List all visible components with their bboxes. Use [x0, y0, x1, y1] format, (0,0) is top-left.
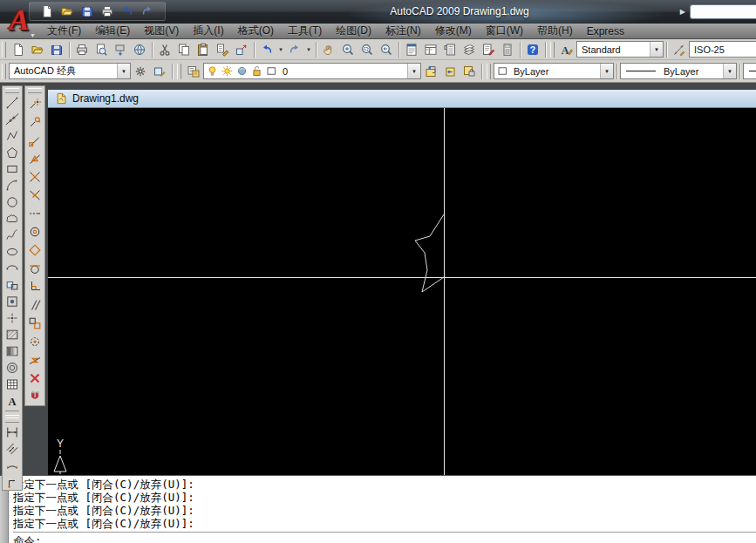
hatch-button[interactable] [3, 326, 22, 343]
cut-button[interactable] [155, 40, 174, 59]
snap-quadrant-button[interactable] [25, 241, 44, 259]
undo-button[interactable] [118, 2, 137, 21]
osnap-settings-button[interactable] [25, 387, 44, 405]
redo-dropdown-button[interactable]: ▼ [304, 41, 313, 58]
polyline-button[interactable] [3, 127, 22, 144]
snap-insert-button[interactable] [25, 314, 44, 332]
pan-button[interactable] [319, 40, 338, 59]
workspace-settings-button[interactable] [131, 62, 150, 81]
multiline-text-button[interactable]: A [3, 392, 22, 409]
plot-button[interactable] [72, 40, 92, 59]
dim-style-button[interactable] [670, 40, 689, 59]
dim-arc-length-button[interactable] [3, 457, 22, 473]
snap-intersection-button[interactable] [25, 167, 44, 186]
snap-center-button[interactable] [25, 222, 44, 241]
tool-palettes-button[interactable] [440, 40, 460, 59]
menu-item-10[interactable]: 帮助(H) [530, 24, 580, 38]
snap-parallel-button[interactable] [25, 295, 44, 314]
snap-perpendicular-button[interactable] [25, 277, 44, 295]
snap-apparent-intersection-button[interactable] [25, 186, 44, 204]
publish-button[interactable] [111, 40, 130, 59]
command-history[interactable]: 指定下一点或 [闭合(C)/放弃(U)]: 指定下一点或 [闭合(C)/放弃(U… [9, 476, 756, 543]
designcenter-button[interactable] [421, 40, 440, 59]
new-button[interactable] [9, 40, 28, 59]
menu-item-5[interactable]: 工具(T) [281, 24, 329, 38]
toolbar-grip[interactable] [2, 42, 6, 58]
snap-none-button[interactable] [25, 369, 44, 387]
gradient-button[interactable] [3, 343, 22, 359]
zoom-window-button[interactable] [358, 40, 377, 59]
document-tab-drawing1[interactable]: Drawing1.dwg [72, 92, 139, 105]
dim-linear-button[interactable] [3, 424, 22, 440]
snap-midpoint-button[interactable] [25, 149, 44, 167]
menu-item-6[interactable]: 绘图(D) [329, 24, 378, 38]
table-button[interactable] [3, 376, 22, 392]
save-button[interactable] [47, 40, 66, 59]
lineweight-combo[interactable] [743, 63, 756, 79]
autocad-logo[interactable]: A ▼ [1, 0, 37, 40]
command-prompt-input[interactable]: 命令: [13, 532, 756, 543]
save-button[interactable] [78, 2, 97, 21]
toolbar-grip[interactable] [2, 64, 6, 79]
help-button[interactable]: ? [523, 40, 542, 59]
redo-button[interactable] [138, 2, 157, 21]
match-properties-button[interactable] [213, 40, 232, 59]
layer-viewport-freeze-icon[interactable] [235, 64, 249, 78]
dim-ordinate-button[interactable] [3, 473, 22, 490]
text-style-combo[interactable]: Standard ▼ [576, 41, 664, 58]
rectangle-button[interactable] [3, 160, 22, 177]
make-object-layer-current-button[interactable] [421, 62, 440, 81]
markup-set-manager-button[interactable] [479, 40, 498, 59]
linetype-combo[interactable]: ByLayer ▼ [620, 63, 737, 79]
infocenter-arrow-icon[interactable]: ▶ [680, 8, 685, 16]
properties-button[interactable] [402, 40, 421, 59]
menu-item-2[interactable]: 视图(V) [137, 24, 186, 38]
revision-cloud-button[interactable] [3, 210, 22, 227]
layer-states-button[interactable] [460, 62, 479, 81]
snap-endpoint-button[interactable] [25, 131, 44, 149]
open-button[interactable] [58, 2, 77, 21]
layer-previous-button[interactable] [440, 62, 460, 81]
plot-button[interactable] [98, 2, 117, 21]
text-style-button[interactable]: A [557, 40, 576, 59]
redo-button[interactable] [285, 40, 304, 59]
menu-item-3[interactable]: 插入(I) [186, 24, 230, 38]
color-combo[interactable]: ByLayer ▼ [494, 63, 614, 79]
snap-extension-button[interactable] [25, 204, 44, 222]
line-button[interactable] [3, 94, 22, 111]
spline-button[interactable] [3, 227, 22, 243]
undo-dropdown-button[interactable]: ▼ [276, 41, 285, 58]
insert-block-button[interactable] [3, 276, 22, 293]
menu-item-0[interactable]: 文件(F) [40, 24, 88, 38]
region-button[interactable] [3, 359, 22, 376]
block-editor-button[interactable] [232, 40, 251, 59]
toolbar-grip[interactable] [177, 64, 181, 79]
toolbar-grip[interactable] [487, 64, 491, 79]
construction-line-button[interactable] [3, 111, 22, 127]
toolbar-grip[interactable] [550, 42, 555, 58]
zoom-previous-button[interactable] [377, 40, 396, 59]
layer-combo[interactable]: 0 ▼ [203, 63, 421, 79]
paste-button[interactable] [194, 40, 213, 59]
menu-item-11[interactable]: Express [580, 24, 631, 38]
workspace-combo[interactable]: AutoCAD 经典 ▼ [9, 63, 131, 79]
point-button[interactable] [3, 309, 22, 326]
new-button[interactable] [37, 2, 57, 21]
layer-on-icon[interactable] [206, 64, 219, 78]
circle-button[interactable] [3, 193, 22, 210]
snap-from-button[interactable] [25, 112, 44, 131]
drawing-canvas[interactable]: Y [48, 108, 756, 475]
snap-nearest-button[interactable] [25, 350, 44, 369]
zoom-realtime-button[interactable] [338, 40, 358, 59]
make-block-button[interactable] [3, 293, 22, 309]
toolbar-grip[interactable] [28, 88, 42, 93]
ellipse-arc-button[interactable] [3, 260, 22, 276]
copy-button[interactable] [174, 40, 194, 59]
temporary-track-point-button[interactable] [25, 94, 44, 112]
toolbar-grip[interactable] [5, 417, 19, 423]
menu-item-4[interactable]: 格式(O) [231, 24, 281, 38]
sheet-set-manager-button[interactable] [460, 40, 479, 59]
ellipse-button[interactable] [3, 243, 22, 260]
polygon-button[interactable] [3, 144, 22, 160]
layer-properties-manager-button[interactable] [184, 62, 203, 81]
